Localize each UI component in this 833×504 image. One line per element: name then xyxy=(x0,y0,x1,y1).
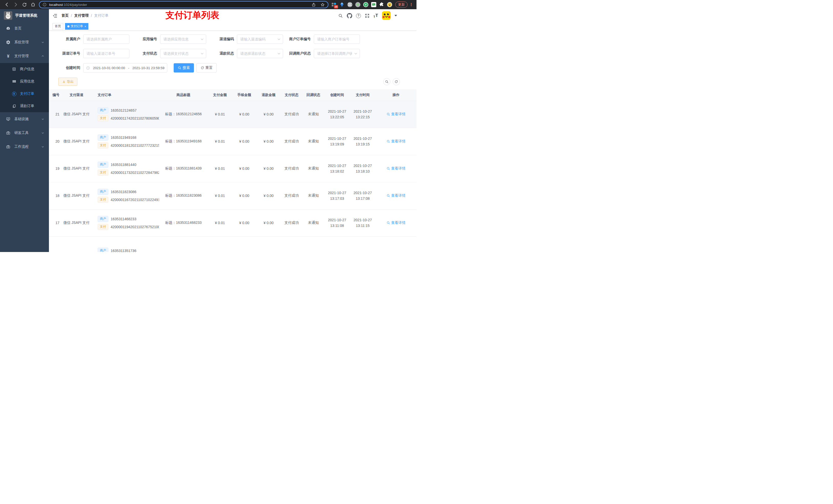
pay-status: 支付成功 xyxy=(281,155,303,182)
table-row: 20 微信 JSAPI 支付 商户 1635311949168 支付 42000… xyxy=(49,128,416,155)
view-detail-link[interactable]: 查看详情 xyxy=(386,166,405,171)
product-title: 标题：1635311823086 xyxy=(159,182,208,209)
toolbar-search-button[interactable] xyxy=(383,78,390,85)
create-time: 13:18:02 xyxy=(324,169,350,174)
tag-close-icon[interactable]: × xyxy=(85,25,86,28)
toolbar-refresh-button[interactable] xyxy=(393,78,400,85)
sidebar-item-app-info[interactable]: 应用信息 xyxy=(0,75,49,88)
reset-button[interactable]: 重置 xyxy=(196,63,217,72)
merchant-filter-input[interactable] xyxy=(83,34,129,44)
create-date: 2021-10-27 xyxy=(324,217,350,223)
extension-emoji-icon[interactable] xyxy=(387,2,392,7)
extension-tasks-icon[interactable]: 10 xyxy=(331,2,337,7)
sidebar-item-label: 商户信息 xyxy=(20,67,34,71)
font-size-icon[interactable] xyxy=(374,13,378,18)
github-icon[interactable] xyxy=(347,13,352,19)
sidebar-item-label: 应用信息 xyxy=(20,79,34,84)
avatar-caret-icon[interactable] xyxy=(395,15,397,16)
tags-view-bar: 首页 支付订单 × xyxy=(49,22,416,31)
user-avatar[interactable] xyxy=(382,11,390,20)
search-icon[interactable] xyxy=(338,13,343,18)
sidebar-item-system[interactable]: 系统管理 xyxy=(0,35,49,49)
pay-date: 2021-10-27 xyxy=(350,109,376,114)
pay-order-cell: 商户 1635311949168 支付 42000011812021102777… xyxy=(90,128,159,155)
app-title: 芋道管理系统 xyxy=(15,13,38,18)
app-id-select[interactable] xyxy=(160,34,206,44)
actions-cell: 查看详情 xyxy=(376,182,416,209)
browser-reload-button[interactable] xyxy=(20,1,29,8)
browser-update-button[interactable]: 更新 xyxy=(395,2,407,8)
date-separator: - xyxy=(128,66,129,70)
channel-code-select[interactable] xyxy=(237,34,283,44)
site-info-icon[interactable] xyxy=(43,3,47,7)
breadcrumb-home[interactable]: 首页 xyxy=(62,13,69,18)
view-detail-link[interactable]: 查看详情 xyxy=(386,220,405,225)
sidebar-item-label: 工作流程 xyxy=(14,144,29,149)
filter-label: 所属商户 xyxy=(55,37,83,42)
search-button[interactable]: 搜索 xyxy=(174,63,194,72)
address-bar[interactable]: localhost:1024/pay/order xyxy=(39,1,328,8)
pay-time: 13:11:15 xyxy=(350,223,376,229)
date-start: 2021-10-01 00:00:00 xyxy=(93,66,125,70)
merchant-tag: 商户 xyxy=(98,248,109,252)
sidebar-item-infrastructure[interactable]: 基础设施 xyxy=(0,112,49,126)
notify-status-select[interactable] xyxy=(314,49,360,58)
merchant-tag: 商户 xyxy=(98,135,109,141)
extension-record-icon[interactable] xyxy=(355,2,360,7)
fullscreen-icon[interactable] xyxy=(365,13,370,18)
extension-y-icon[interactable] xyxy=(363,2,368,7)
header-actions: 操作 xyxy=(376,89,416,101)
extension-command-icon[interactable] xyxy=(347,2,353,7)
pay-order-no: 4200001173202110272847982104 xyxy=(111,171,159,175)
extension-puzzle-icon[interactable] xyxy=(379,2,384,7)
sidebar-item-dev-tools[interactable]: 研发工具 xyxy=(0,126,49,140)
extension-chat-icon[interactable] xyxy=(371,2,376,7)
tag-pay-order[interactable]: 支付订单 × xyxy=(65,23,88,30)
browser-menu-icon[interactable]: ⋮ xyxy=(409,2,413,7)
sidebar-item-payment[interactable]: ¥ 支付管理 xyxy=(0,49,49,63)
browser-home-button[interactable] xyxy=(29,1,38,8)
pay-order-cell: 商户 1635312124657 支付 42000011742021102780… xyxy=(90,101,159,128)
order-id: 18 xyxy=(49,182,63,209)
sidebar-item-pay-order[interactable]: ¥ 支付订单 xyxy=(0,88,49,100)
browser-back-button[interactable] xyxy=(3,1,11,8)
create-time: 13:11:08 xyxy=(324,223,350,229)
table-row-partial: 商户 1635311351736 xyxy=(49,236,416,252)
pay-tag: 支付 xyxy=(98,197,109,203)
sidebar-item-workflow[interactable]: 工作流程 xyxy=(0,140,49,154)
sidebar-item-refund-order[interactable]: 退款订单 xyxy=(0,100,49,112)
channel-order-no-input[interactable] xyxy=(83,49,129,58)
sidebar-item-merchant-info[interactable]: 商户信息 xyxy=(0,63,49,75)
browser-forward-button[interactable] xyxy=(11,1,20,8)
header-pay-order: 支付订单 xyxy=(90,89,159,101)
refund-status-select[interactable] xyxy=(237,49,283,58)
chevron-down-icon xyxy=(354,52,357,55)
main-area: 首页 / 支付管理 / 支付订单 支付订单列表 首页 xyxy=(49,9,416,252)
pay-order-no: 4200001174202110278060590766 xyxy=(111,116,159,120)
export-button[interactable]: 导出 xyxy=(58,78,77,86)
chevron-down-icon xyxy=(200,52,204,55)
breadcrumb-payment[interactable]: 支付管理 xyxy=(74,13,89,18)
pay-status: 支付成功 xyxy=(281,182,303,209)
pay-status-select[interactable] xyxy=(160,49,206,58)
view-detail-link[interactable]: 查看详情 xyxy=(386,112,405,117)
filter-label: 退款状态 xyxy=(209,51,237,56)
share-icon[interactable] xyxy=(311,3,316,7)
extension-gem-icon[interactable] xyxy=(339,2,344,7)
merchant-order-no-input[interactable] xyxy=(314,34,360,44)
sidebar-toggle-icon[interactable] xyxy=(52,13,57,18)
tag-home[interactable]: 首页 xyxy=(52,23,63,30)
view-detail-link[interactable]: 查看详情 xyxy=(386,193,405,198)
help-icon[interactable] xyxy=(356,13,361,18)
date-range-picker[interactable]: 2021-10-01 00:00:00 - 2021-10-31 23:59:5… xyxy=(83,63,167,72)
merchant-tag: 商户 xyxy=(98,107,109,114)
filter-form: 所属商户 应用编号 渠道编码 商户订单编号 渠道订 xyxy=(49,34,416,72)
pay-status: 支付成功 xyxy=(281,101,303,128)
reset-button-label: 重置 xyxy=(206,66,213,70)
bookmark-star-icon[interactable] xyxy=(320,3,325,7)
view-detail-link[interactable]: 查看详情 xyxy=(386,139,405,144)
sidebar-item-home[interactable]: 首页 xyxy=(0,22,49,35)
chevron-down-icon xyxy=(200,38,204,41)
pay-status: 支付成功 xyxy=(281,209,303,236)
header-notify-status: 回调状态 xyxy=(303,89,324,101)
